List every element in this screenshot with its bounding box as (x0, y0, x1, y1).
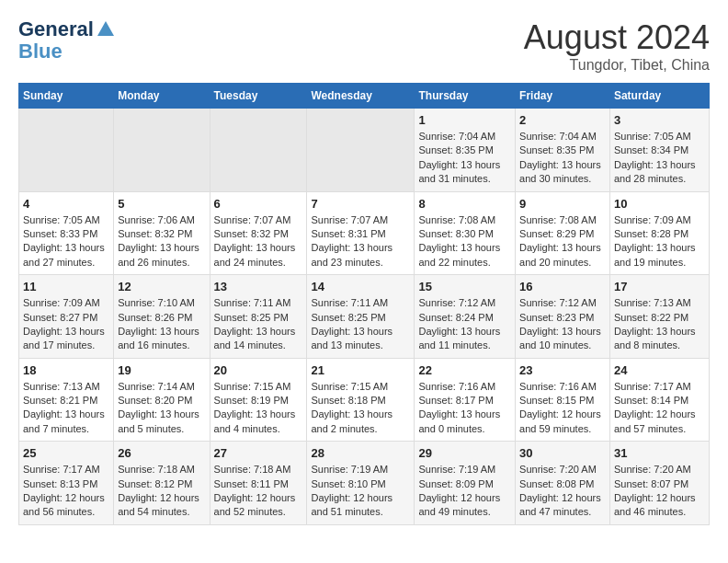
day-info: Sunrise: 7:13 AMSunset: 8:22 PMDaylight:… (614, 296, 705, 353)
day-cell: 14Sunrise: 7:11 AMSunset: 8:25 PMDayligh… (307, 275, 415, 359)
day-number: 30 (519, 446, 606, 460)
day-number: 14 (311, 280, 410, 293)
day-number: 13 (214, 280, 303, 293)
day-number: 26 (118, 446, 205, 460)
day-info: Sunrise: 7:20 AMSunset: 8:08 PMDaylight:… (519, 463, 606, 520)
day-info: Sunrise: 7:12 AMSunset: 8:23 PMDaylight:… (519, 296, 606, 353)
week-row-2: 4Sunrise: 7:05 AMSunset: 8:33 PMDaylight… (19, 191, 710, 275)
day-cell: 20Sunrise: 7:15 AMSunset: 8:19 PMDayligh… (210, 358, 307, 442)
day-info: Sunrise: 7:07 AMSunset: 8:31 PMDaylight:… (311, 213, 410, 270)
day-number: 11 (23, 280, 109, 293)
day-cell: 2Sunrise: 7:04 AMSunset: 8:35 PMDaylight… (516, 109, 610, 192)
day-info: Sunrise: 7:15 AMSunset: 8:19 PMDaylight:… (214, 380, 303, 437)
logo-text-blue: Blue (18, 40, 63, 63)
page-header: General Blue August 2024 Tungdor, Tibet,… (18, 18, 710, 74)
header-cell-thursday: Thursday (415, 84, 516, 109)
day-cell: 17Sunrise: 7:13 AMSunset: 8:22 PMDayligh… (609, 275, 709, 359)
day-info: Sunrise: 7:13 AMSunset: 8:21 PMDaylight:… (23, 380, 109, 437)
day-info: Sunrise: 7:04 AMSunset: 8:35 PMDaylight:… (418, 130, 511, 187)
day-cell: 6Sunrise: 7:07 AMSunset: 8:32 PMDaylight… (210, 191, 307, 275)
day-number: 17 (614, 280, 705, 293)
day-info: Sunrise: 7:06 AMSunset: 8:32 PMDaylight:… (118, 213, 205, 270)
day-info: Sunrise: 7:14 AMSunset: 8:20 PMDaylight:… (118, 380, 205, 437)
day-number: 12 (118, 280, 205, 293)
day-number: 27 (214, 446, 303, 460)
day-cell: 29Sunrise: 7:19 AMSunset: 8:09 PMDayligh… (415, 442, 516, 525)
header-cell-saturday: Saturday (609, 84, 709, 109)
calendar-header: SundayMondayTuesdayWednesdayThursdayFrid… (19, 84, 710, 109)
day-info: Sunrise: 7:09 AMSunset: 8:28 PMDaylight:… (614, 213, 705, 270)
header-cell-wednesday: Wednesday (307, 84, 415, 109)
day-number: 1 (418, 113, 511, 127)
day-cell: 16Sunrise: 7:12 AMSunset: 8:23 PMDayligh… (516, 275, 610, 359)
day-cell (210, 109, 307, 192)
day-cell: 27Sunrise: 7:18 AMSunset: 8:11 PMDayligh… (210, 442, 307, 525)
day-cell: 9Sunrise: 7:08 AMSunset: 8:29 PMDaylight… (516, 191, 610, 275)
day-cell (114, 109, 210, 192)
day-number: 5 (118, 197, 205, 211)
day-info: Sunrise: 7:08 AMSunset: 8:29 PMDaylight:… (519, 213, 606, 270)
day-cell: 30Sunrise: 7:20 AMSunset: 8:08 PMDayligh… (516, 442, 610, 525)
day-info: Sunrise: 7:05 AMSunset: 8:33 PMDaylight:… (23, 213, 109, 270)
calendar-body: 1Sunrise: 7:04 AMSunset: 8:35 PMDaylight… (19, 109, 710, 525)
day-number: 21 (311, 363, 410, 377)
day-number: 9 (519, 197, 606, 211)
day-info: Sunrise: 7:07 AMSunset: 8:32 PMDaylight:… (214, 213, 303, 270)
week-row-4: 18Sunrise: 7:13 AMSunset: 8:21 PMDayligh… (19, 358, 710, 442)
day-cell: 26Sunrise: 7:18 AMSunset: 8:12 PMDayligh… (114, 442, 210, 525)
logo: General Blue (18, 18, 114, 63)
day-info: Sunrise: 7:19 AMSunset: 8:09 PMDaylight:… (418, 463, 511, 520)
day-cell: 15Sunrise: 7:12 AMSunset: 8:24 PMDayligh… (415, 275, 516, 359)
day-info: Sunrise: 7:18 AMSunset: 8:11 PMDaylight:… (214, 463, 303, 520)
header-cell-friday: Friday (516, 84, 610, 109)
day-number: 2 (519, 113, 606, 127)
header-cell-sunday: Sunday (19, 84, 114, 109)
day-cell: 18Sunrise: 7:13 AMSunset: 8:21 PMDayligh… (19, 358, 114, 442)
day-cell: 12Sunrise: 7:10 AMSunset: 8:26 PMDayligh… (114, 275, 210, 359)
main-title: August 2024 (524, 18, 710, 57)
day-info: Sunrise: 7:05 AMSunset: 8:34 PMDaylight:… (614, 130, 705, 187)
week-row-5: 25Sunrise: 7:17 AMSunset: 8:13 PMDayligh… (19, 442, 710, 525)
day-info: Sunrise: 7:16 AMSunset: 8:15 PMDaylight:… (519, 380, 606, 437)
day-info: Sunrise: 7:20 AMSunset: 8:07 PMDaylight:… (614, 463, 705, 520)
day-cell: 4Sunrise: 7:05 AMSunset: 8:33 PMDaylight… (19, 191, 114, 275)
day-info: Sunrise: 7:09 AMSunset: 8:27 PMDaylight:… (23, 296, 109, 353)
day-info: Sunrise: 7:17 AMSunset: 8:13 PMDaylight:… (23, 463, 109, 520)
calendar-table: SundayMondayTuesdayWednesdayThursdayFrid… (18, 83, 710, 525)
day-info: Sunrise: 7:16 AMSunset: 8:17 PMDaylight:… (418, 380, 511, 437)
day-number: 6 (214, 197, 303, 211)
day-cell: 22Sunrise: 7:16 AMSunset: 8:17 PMDayligh… (415, 358, 516, 442)
day-number: 25 (23, 446, 109, 460)
day-cell: 25Sunrise: 7:17 AMSunset: 8:13 PMDayligh… (19, 442, 114, 525)
week-row-3: 11Sunrise: 7:09 AMSunset: 8:27 PMDayligh… (19, 275, 710, 359)
day-cell: 24Sunrise: 7:17 AMSunset: 8:14 PMDayligh… (609, 358, 709, 442)
day-number: 20 (214, 363, 303, 377)
day-cell: 19Sunrise: 7:14 AMSunset: 8:20 PMDayligh… (114, 358, 210, 442)
day-number: 19 (118, 363, 205, 377)
day-info: Sunrise: 7:15 AMSunset: 8:18 PMDaylight:… (311, 380, 410, 437)
day-cell (19, 109, 114, 192)
day-cell: 3Sunrise: 7:05 AMSunset: 8:34 PMDaylight… (609, 109, 709, 192)
day-number: 29 (418, 446, 511, 460)
day-number: 18 (23, 363, 109, 377)
day-cell: 1Sunrise: 7:04 AMSunset: 8:35 PMDaylight… (415, 109, 516, 192)
day-info: Sunrise: 7:19 AMSunset: 8:10 PMDaylight:… (311, 463, 410, 520)
day-number: 10 (614, 197, 705, 211)
subtitle: Tungdor, Tibet, China (524, 57, 710, 74)
title-section: August 2024 Tungdor, Tibet, China (524, 18, 710, 74)
day-cell: 10Sunrise: 7:09 AMSunset: 8:28 PMDayligh… (609, 191, 709, 275)
day-info: Sunrise: 7:04 AMSunset: 8:35 PMDaylight:… (519, 130, 606, 187)
day-cell: 31Sunrise: 7:20 AMSunset: 8:07 PMDayligh… (609, 442, 709, 525)
day-cell: 28Sunrise: 7:19 AMSunset: 8:10 PMDayligh… (307, 442, 415, 525)
day-info: Sunrise: 7:08 AMSunset: 8:30 PMDaylight:… (418, 213, 511, 270)
day-cell: 13Sunrise: 7:11 AMSunset: 8:25 PMDayligh… (210, 275, 307, 359)
day-cell: 7Sunrise: 7:07 AMSunset: 8:31 PMDaylight… (307, 191, 415, 275)
day-cell: 11Sunrise: 7:09 AMSunset: 8:27 PMDayligh… (19, 275, 114, 359)
day-number: 22 (418, 363, 511, 377)
day-info: Sunrise: 7:17 AMSunset: 8:14 PMDaylight:… (614, 380, 705, 437)
day-cell: 21Sunrise: 7:15 AMSunset: 8:18 PMDayligh… (307, 358, 415, 442)
header-cell-tuesday: Tuesday (210, 84, 307, 109)
day-cell: 23Sunrise: 7:16 AMSunset: 8:15 PMDayligh… (516, 358, 610, 442)
day-info: Sunrise: 7:12 AMSunset: 8:24 PMDaylight:… (418, 296, 511, 353)
day-cell: 5Sunrise: 7:06 AMSunset: 8:32 PMDaylight… (114, 191, 210, 275)
